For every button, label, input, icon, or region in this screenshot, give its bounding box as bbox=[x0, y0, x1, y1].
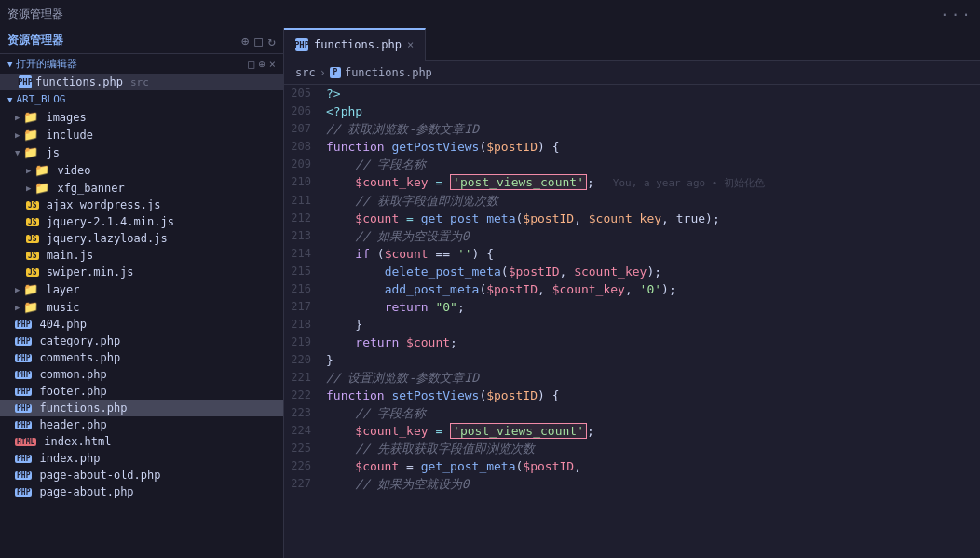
tree-item-label: common.php bbox=[39, 368, 106, 381]
tree-item-404-php[interactable]: PHP404.php bbox=[0, 316, 283, 333]
code-line: 217 return "0"; bbox=[284, 298, 980, 316]
tree-item-jquery-lazyload-js[interactable]: JSjquery.lazyload.js bbox=[0, 230, 283, 247]
tree-item-index-php[interactable]: PHPindex.php bbox=[0, 450, 283, 467]
close-all-icon[interactable]: ⊕ bbox=[259, 58, 265, 71]
php-icon: PHP bbox=[15, 455, 32, 463]
line-content: delete_post_meta($postID, $count_key); bbox=[326, 263, 980, 280]
line-content: ?> bbox=[326, 85, 980, 102]
code-editor[interactable]: 205?>206<?php207// 获取浏览数-参数文章ID208functi… bbox=[284, 85, 980, 558]
tree-item-music[interactable]: ▶📁music bbox=[0, 298, 283, 316]
tree-item-label: xfg_banner bbox=[57, 182, 124, 195]
line-number: 214 bbox=[284, 245, 326, 263]
code-line: 207// 获取浏览数-参数文章ID bbox=[284, 120, 980, 138]
line-content: add_post_meta($postID, $count_key, '0'); bbox=[326, 280, 980, 298]
title-bar-menu[interactable]: ··· bbox=[940, 6, 973, 23]
line-content: // 设置浏览数-参数文章ID bbox=[326, 369, 980, 387]
line-content: // 获取浏览数-参数文章ID bbox=[326, 120, 980, 138]
line-content: // 先获取获取字段值即浏览次数 bbox=[326, 440, 980, 457]
project-root[interactable]: ART_BLOG bbox=[0, 90, 283, 108]
line-number: 219 bbox=[284, 333, 326, 351]
tree-item-label: page-about.php bbox=[39, 485, 133, 498]
code-line: 212 $count = get_post_meta($postID, $cou… bbox=[284, 210, 980, 227]
tree-item-comments-php[interactable]: PHPcomments.php bbox=[0, 349, 283, 366]
code-line: 227 // 如果为空就设为0 bbox=[284, 475, 980, 493]
sidebar-title: 资源管理器 bbox=[7, 33, 63, 48]
code-line: 214 if ($count == '') { bbox=[284, 245, 980, 263]
php-icon: PHP bbox=[15, 471, 32, 480]
tree-item-label: images bbox=[46, 111, 86, 124]
tree-item-page-about-old-php[interactable]: PHPpage-about-old.php bbox=[0, 467, 283, 483]
tree-item-label: category.php bbox=[39, 334, 120, 347]
line-content: // 字段名称 bbox=[326, 404, 980, 422]
line-number: 218 bbox=[284, 316, 326, 333]
js-icon: JS bbox=[26, 268, 39, 277]
tree-item-ajax-wordpress-js[interactable]: JSajax_wordpress.js bbox=[0, 197, 283, 213]
breadcrumb-sep: › bbox=[320, 66, 326, 79]
line-content: // 如果为空就设为0 bbox=[326, 475, 980, 493]
tree-item-layer[interactable]: ▶📁layer bbox=[0, 280, 283, 298]
code-line: 215 delete_post_meta($postID, $count_key… bbox=[284, 263, 980, 280]
title-bar: 资源管理器 ··· bbox=[0, 0, 980, 28]
line-content: } bbox=[326, 351, 980, 369]
line-number: 213 bbox=[284, 227, 326, 245]
tree-item-swiper-min-js[interactable]: JSswiper.min.js bbox=[0, 264, 283, 280]
new-file-icon[interactable]: ⊕ bbox=[241, 34, 249, 48]
code-line: 222function setPostViews($postID) { bbox=[284, 387, 980, 404]
tab-close-button[interactable]: × bbox=[407, 38, 414, 51]
open-editor-path: src bbox=[130, 76, 149, 88]
tree-item-js[interactable]: ▼📁js bbox=[0, 143, 283, 161]
tree-item-main-js[interactable]: JSmain.js bbox=[0, 247, 283, 264]
php-icon: PHP bbox=[15, 371, 32, 379]
tree-item-header-php[interactable]: PHPheader.php bbox=[0, 416, 283, 433]
tree-item-index-html[interactable]: HTMLindex.html bbox=[0, 433, 283, 450]
sidebar-content: 打开的编辑器 □ ⊕ × PHP functions.php src ART_B… bbox=[0, 54, 283, 558]
tree-item-label: jquery.lazyload.js bbox=[47, 232, 168, 245]
php-icon: PHP bbox=[15, 388, 32, 396]
php-icon: PHP bbox=[15, 421, 32, 429]
code-line: 219 return $count; bbox=[284, 333, 980, 351]
tree-item-category-php[interactable]: PHPcategory.php bbox=[0, 333, 283, 349]
tree-item-label: 404.php bbox=[39, 318, 87, 331]
line-content: // 如果为空设置为0 bbox=[326, 227, 980, 245]
tree-item-label: swiper.min.js bbox=[47, 265, 134, 279]
tree-item-include[interactable]: ▶📁include bbox=[0, 126, 283, 143]
line-number: 205 bbox=[284, 85, 326, 102]
tab-file-icon: PHP bbox=[295, 38, 308, 51]
js-icon: JS bbox=[26, 218, 39, 226]
new-folder-icon[interactable]: □ bbox=[254, 34, 262, 48]
line-number: 222 bbox=[284, 387, 326, 404]
tree-item-xfg-banner[interactable]: ▶📁xfg_banner bbox=[0, 179, 283, 197]
active-tab[interactable]: PHP functions.php × bbox=[284, 28, 426, 61]
title-bar-text: 资源管理器 bbox=[7, 7, 63, 22]
line-content: return "0"; bbox=[326, 298, 980, 316]
tree-item-label: page-about-old.php bbox=[39, 469, 160, 482]
breadcrumb: src › P functions.php bbox=[284, 61, 980, 85]
save-all-icon[interactable]: □ bbox=[248, 58, 254, 71]
collapse-icon[interactable]: × bbox=[269, 58, 276, 71]
line-number: 224 bbox=[284, 422, 326, 440]
tree-item-label: video bbox=[57, 164, 90, 177]
tree-item-video[interactable]: ▶📁video bbox=[0, 161, 283, 179]
tree-item-page-about-php[interactable]: PHPpage-about.php bbox=[0, 483, 283, 500]
code-line: 221// 设置浏览数-参数文章ID bbox=[284, 369, 980, 387]
tree-item-label: layer bbox=[46, 283, 79, 296]
tree-item-images[interactable]: ▶📁images bbox=[0, 108, 283, 126]
tree-item-common-php[interactable]: PHPcommon.php bbox=[0, 366, 283, 383]
line-content: $count_key = 'post_views_count'; bbox=[326, 422, 980, 440]
code-line: 205?> bbox=[284, 85, 980, 102]
refresh-icon[interactable]: ↻ bbox=[268, 34, 276, 48]
tree-item-footer-php[interactable]: PHPfooter.php bbox=[0, 383, 283, 400]
sidebar: 资源管理器 ⊕ □ ↻ 打开的编辑器 □ ⊕ × PHP functions.p… bbox=[0, 28, 284, 558]
breadcrumb-filename: functions.php bbox=[345, 66, 432, 79]
tree-item-functions-php[interactable]: PHPfunctions.php bbox=[0, 400, 283, 416]
open-editor-item[interactable]: PHP functions.php src bbox=[0, 74, 283, 90]
line-content: $count_key = 'post_views_count';You, a y… bbox=[326, 173, 980, 192]
line-content: $count = get_post_meta($postID, $count_k… bbox=[326, 210, 980, 227]
tree-item-jquery-2-1-4-min-js[interactable]: JSjquery-2.1.4.min.js bbox=[0, 213, 283, 230]
js-icon: JS bbox=[26, 252, 39, 260]
open-editors-header[interactable]: 打开的编辑器 □ ⊕ × bbox=[0, 54, 283, 74]
php-icon: PHP bbox=[15, 404, 32, 413]
js-icon: JS bbox=[26, 201, 39, 210]
tree-item-label: include bbox=[46, 129, 93, 142]
line-content: // 获取字段值即浏览次数 bbox=[326, 192, 980, 210]
